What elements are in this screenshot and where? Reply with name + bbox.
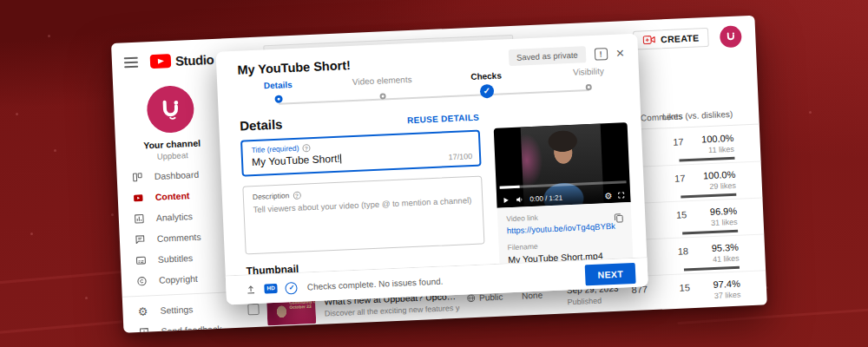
details-heading: Details xyxy=(240,116,283,133)
sidebar-divider xyxy=(122,291,235,298)
content-icon xyxy=(132,192,145,204)
uppbeat-logo-icon xyxy=(156,95,185,123)
step-video-elements[interactable]: Video elements xyxy=(352,75,413,101)
step-details[interactable]: Details xyxy=(264,80,293,103)
video-details-dialog: My YouTube Short! Saved as private ! × D… xyxy=(216,34,648,305)
checks-complete-icon: ✓ xyxy=(286,281,299,294)
sidebar-menu: Dashboard Content Analytics Comment xyxy=(116,162,237,332)
close-icon[interactable]: × xyxy=(615,46,624,60)
column-header-likes[interactable]: Likes (vs. dislikes) xyxy=(662,109,733,122)
description-field[interactable]: Description ? Tell viewers about your vi… xyxy=(242,176,484,255)
time-display: 0:00 / 1:21 xyxy=(529,193,562,203)
reuse-details-link[interactable]: REUSE DETAILS xyxy=(407,113,480,126)
checks-status-text: Checks complete. No issues found. xyxy=(307,277,444,292)
background-dot xyxy=(85,297,88,299)
comments-icon xyxy=(134,233,147,246)
step-current-dot xyxy=(274,95,282,102)
copy-icon[interactable] xyxy=(613,211,625,227)
fullscreen-icon[interactable] xyxy=(617,191,625,199)
video-plus-icon xyxy=(642,35,656,46)
uppbeat-logo-icon xyxy=(724,29,738,43)
globe-icon xyxy=(466,293,476,303)
likes-ratio-bar xyxy=(682,230,738,234)
background-dot xyxy=(111,213,114,216)
background-ray xyxy=(0,269,139,285)
hd-icon: HD xyxy=(264,284,278,293)
send-feedback-icon xyxy=(137,326,150,333)
step-done-check-icon: ✓ xyxy=(479,84,494,99)
step-upcoming-dot xyxy=(586,84,592,90)
title-field-value: My YouTube Short! xyxy=(252,153,340,168)
analytics-icon xyxy=(133,213,146,225)
media-panel: 0:00 / 1:21 ⚙ Video link https://youtu.b… xyxy=(494,122,634,273)
progress-bar[interactable] xyxy=(500,180,627,188)
help-icon: ? xyxy=(293,191,300,199)
video-player[interactable]: 0:00 / 1:21 ⚙ xyxy=(494,122,631,208)
likes-ratio-bar xyxy=(681,193,736,198)
background-dot xyxy=(54,149,56,152)
dashboard-icon xyxy=(130,171,143,183)
background-dot xyxy=(30,232,33,235)
step-visibility[interactable]: Visibility xyxy=(573,66,605,91)
background-dot xyxy=(16,113,18,115)
feedback-icon[interactable]: ! xyxy=(594,48,608,61)
title-field[interactable]: Title (required) ? My YouTube Short! 17/… xyxy=(240,130,482,177)
channel-avatar[interactable] xyxy=(146,85,194,134)
play-icon[interactable] xyxy=(502,196,510,204)
text-cursor xyxy=(339,154,340,164)
progress-fill xyxy=(500,186,520,189)
account-avatar[interactable] xyxy=(720,25,742,48)
details-form: Details REUSE DETAILS Title (required) ?… xyxy=(240,108,486,285)
step-checks[interactable]: Checks ✓ xyxy=(470,70,503,99)
title-field-label: Title (required) xyxy=(251,144,299,154)
video-link-url[interactable]: https://youtu.be/iovTg4qBYBk xyxy=(507,220,623,235)
background-dot xyxy=(48,35,50,37)
next-button[interactable]: NEXT xyxy=(585,262,636,285)
copyright-icon xyxy=(135,275,148,287)
background-dot xyxy=(809,111,812,114)
stepper-line xyxy=(279,89,589,105)
dialog-body: Details REUSE DETAILS Title (required) ?… xyxy=(219,99,648,285)
create-button[interactable]: CREATE xyxy=(633,28,709,50)
description-field-label: Description xyxy=(253,191,290,201)
likes-ratio-bar xyxy=(684,266,740,271)
row-checkbox[interactable] xyxy=(247,304,260,316)
volume-icon[interactable] xyxy=(515,194,524,204)
step-upcoming-dot xyxy=(379,93,385,99)
help-icon: ? xyxy=(302,144,310,152)
youtube-play-icon xyxy=(150,54,172,69)
channel-block: Your channel Uppbeat xyxy=(113,78,229,163)
youtube-studio-logo[interactable]: Studio xyxy=(150,51,214,69)
sidebar-item-copyright[interactable]: Copyright xyxy=(121,266,234,292)
tilted-scene: Studio Search across your channel ! ? CR… xyxy=(111,16,767,333)
hamburger-menu-icon[interactable] xyxy=(124,57,139,69)
saved-status-badge: Saved as private xyxy=(509,46,587,66)
screenshot-stage: Studio Search across your channel ! ? CR… xyxy=(0,0,868,347)
upload-icon xyxy=(245,284,257,296)
player-settings-icon[interactable]: ⚙ xyxy=(604,191,612,200)
create-label: CREATE xyxy=(661,32,700,44)
background-ray xyxy=(677,306,868,324)
subtitles-icon xyxy=(135,254,148,266)
gear-icon: ⚙ xyxy=(136,305,149,318)
char-counter: 17/100 xyxy=(448,152,472,161)
likes-ratio-bar xyxy=(679,157,734,161)
studio-wordmark: Studio xyxy=(175,51,214,68)
